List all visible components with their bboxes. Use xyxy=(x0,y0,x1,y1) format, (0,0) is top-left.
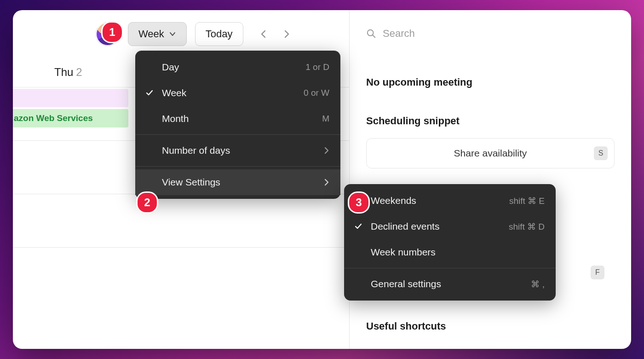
menu-hint: shift ⌘ E xyxy=(509,196,545,206)
toolbar: Week Today xyxy=(13,10,349,54)
event-title: azon Web Services xyxy=(14,113,93,123)
view-menu: Day 1 or D Week 0 or W Month M Number of… xyxy=(135,51,340,199)
prev-button[interactable] xyxy=(253,24,274,44)
menu-label: Day xyxy=(162,62,298,73)
menu-label: Week xyxy=(162,87,296,98)
menu-item-declined-events[interactable]: Declined events shift ⌘ D xyxy=(344,214,556,239)
menu-hint: ⌘ , xyxy=(531,279,545,290)
svg-line-1 xyxy=(373,35,375,37)
menu-label: General settings xyxy=(371,278,523,290)
scheduling-heading: Scheduling snippet xyxy=(366,115,615,127)
menu-hint: shift ⌘ D xyxy=(509,221,545,232)
menu-label: Declined events xyxy=(371,221,501,232)
chevron-down-icon xyxy=(169,30,176,38)
today-label: Today xyxy=(206,28,233,40)
menu-label: Week numbers xyxy=(371,247,545,258)
menu-item-view-settings[interactable]: View Settings xyxy=(135,169,340,195)
annotation-badge-3: 3 xyxy=(348,191,370,214)
menu-item-day[interactable]: Day 1 or D xyxy=(135,54,340,80)
menu-label: Weekends xyxy=(371,195,502,206)
menu-item-week-numbers[interactable]: Week numbers xyxy=(344,239,556,265)
chevron-right-icon xyxy=(282,29,291,39)
calendar-event[interactable] xyxy=(13,89,128,107)
menu-hint: M xyxy=(322,114,329,124)
day-short: Thu xyxy=(54,66,73,78)
time-slot[interactable] xyxy=(13,194,349,247)
menu-hint: 1 or D xyxy=(305,62,329,72)
calendar-event[interactable]: azon Web Services xyxy=(13,109,128,127)
chevron-right-icon xyxy=(324,179,329,186)
no-upcoming-heading: No upcoming meeting xyxy=(366,76,615,88)
day-num: 2 xyxy=(76,66,82,78)
view-switcher-button[interactable]: Week xyxy=(128,22,187,46)
share-shortcut-key: S xyxy=(594,146,608,160)
menu-item-week[interactable]: Week 0 or W xyxy=(135,80,340,106)
useful-shortcuts-heading: Useful shortcuts xyxy=(366,320,446,332)
chevron-left-icon xyxy=(259,29,268,39)
menu-item-month[interactable]: Month M xyxy=(135,106,340,132)
view-settings-submenu: Weekends shift ⌘ E Declined events shift… xyxy=(344,184,556,301)
check-icon xyxy=(144,89,155,97)
menu-divider xyxy=(344,268,556,268)
shortcut-key-f: F xyxy=(591,266,604,279)
menu-item-number-of-days[interactable]: Number of days xyxy=(135,138,340,163)
share-availability-label: Share availability xyxy=(454,148,527,159)
search-icon xyxy=(366,29,376,39)
menu-divider xyxy=(135,166,340,167)
share-availability-button[interactable]: Share availability S xyxy=(366,138,615,168)
menu-item-general-settings[interactable]: General settings ⌘ , xyxy=(344,271,556,297)
menu-label: View Settings xyxy=(162,177,316,188)
annotation-badge-2: 2 xyxy=(136,191,158,214)
search-field[interactable]: Search xyxy=(366,28,615,40)
today-button[interactable]: Today xyxy=(195,22,243,46)
view-switcher-label: Week xyxy=(138,28,164,40)
time-slot[interactable] xyxy=(13,247,349,301)
search-placeholder: Search xyxy=(383,28,415,40)
menu-label: Number of days xyxy=(162,145,316,156)
check-icon xyxy=(353,222,363,231)
chevron-right-icon xyxy=(324,147,329,154)
nav-arrows xyxy=(253,24,297,44)
next-button[interactable] xyxy=(276,24,297,44)
annotation-badge-1: 1 xyxy=(101,21,123,43)
menu-divider xyxy=(135,134,340,135)
menu-hint: 0 or W xyxy=(304,88,329,98)
menu-label: Month xyxy=(162,113,315,124)
menu-item-weekends[interactable]: Weekends shift ⌘ E xyxy=(344,188,556,214)
